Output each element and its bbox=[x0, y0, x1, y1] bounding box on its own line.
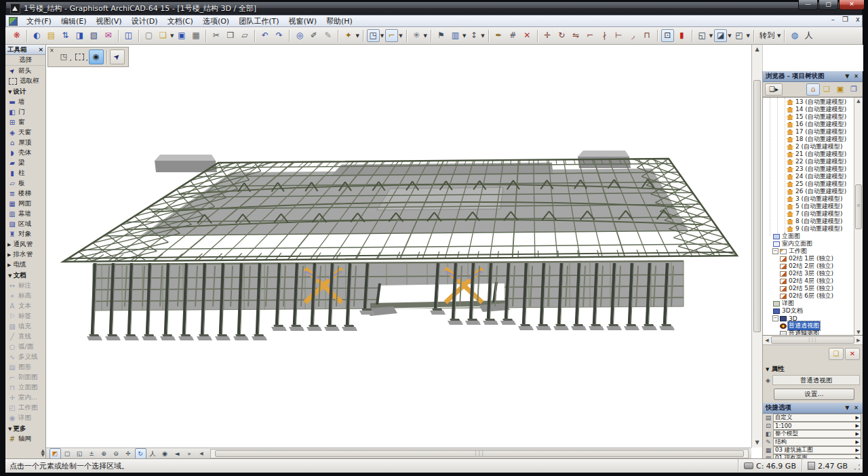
tree-item[interactable]: 3D文档 bbox=[763, 307, 863, 315]
qo-custom-field[interactable]: 自定义▶ bbox=[773, 414, 861, 422]
send-receive-icon[interactable]: ⇅ bbox=[59, 29, 72, 42]
goto-button-dropdown[interactable]: ▼ bbox=[777, 33, 781, 39]
3d-window-settings-icon-dropdown[interactable]: ▼ bbox=[728, 33, 731, 39]
quick-options-header-icons[interactable]: ▼ × bbox=[845, 405, 860, 411]
selection-options-button[interactable]: ◳, bbox=[56, 49, 71, 64]
tree-scroll-up[interactable]: ▲ bbox=[854, 98, 863, 105]
grid-snap-icon[interactable]: ✳ bbox=[410, 29, 423, 42]
menu-item[interactable]: 选项(O) bbox=[198, 15, 234, 28]
pan-icon[interactable]: ✛ bbox=[123, 448, 134, 459]
toolbox-item-slab-tool[interactable]: ▱板 bbox=[5, 178, 45, 189]
qo-scale-field[interactable]: 1:100▶ bbox=[773, 422, 861, 430]
inject-parameters-icon[interactable]: ✎ bbox=[321, 29, 334, 42]
toolbox-item-pipe-tool[interactable]: ▶排水管 bbox=[5, 250, 45, 260]
toolbox-item-arrow-tool[interactable]: ➤箭头 bbox=[5, 66, 45, 76]
vertical-scroll-thumb[interactable] bbox=[753, 80, 761, 332]
project-chooser-button[interactable]: ❏▸ bbox=[765, 83, 783, 96]
toolbox-item-fill-tool[interactable]: ▨填充 bbox=[5, 321, 45, 332]
toolbox-item-door-tool[interactable]: ◧门 bbox=[5, 107, 45, 117]
expand-arrow-icon[interactable]: ▶ bbox=[7, 262, 11, 268]
rotate-edit-icon[interactable]: ↻ bbox=[555, 29, 568, 42]
toolbox-item-column-tool[interactable]: ▮柱 bbox=[5, 168, 45, 178]
qo-pen-set-field[interactable]: 03 建筑施工图▶ bbox=[773, 446, 861, 454]
toolbox-item-window-tool[interactable]: ⊞窗 bbox=[5, 117, 45, 127]
projection-settings-icon-dropdown[interactable]: ▼ bbox=[709, 33, 713, 39]
toolbox-item-mesh-tool[interactable]: ▦网面 bbox=[5, 199, 45, 209]
archicad-start-icon[interactable]: ❋ bbox=[10, 29, 23, 42]
horizontal-scroll-thumb[interactable]: ┆┆┆ bbox=[215, 450, 744, 457]
3d-viewport[interactable]: × ◳,,◉➤ ▲ ▼ ◩▢◱±⊕⊖✛↻人◉◄» ◀ ┆┆┆ bbox=[46, 45, 762, 458]
project-tree[interactable]: 13 (自动重建模型)14 (自动重建模型)15 (自动重建模型)16 (自动重… bbox=[763, 97, 863, 336]
3d-window-settings-icon[interactable]: ◪ bbox=[714, 29, 727, 42]
toolbox-item-wall-tool[interactable]: ▬墙 bbox=[5, 97, 45, 107]
toolbox-item-grid-tool[interactable]: #轴网 bbox=[5, 434, 45, 444]
grid-toggle-icon[interactable]: # bbox=[507, 29, 519, 42]
print-icon[interactable]: ▦ bbox=[189, 29, 202, 42]
new-file-icon[interactable]: ▢ bbox=[142, 29, 155, 42]
arrow-tool-current[interactable]: ➤ bbox=[110, 49, 125, 64]
tree-scroll-down[interactable]: ▼ bbox=[854, 329, 863, 336]
toolbox-item-shell-tool[interactable]: ◗壳体 bbox=[5, 148, 45, 158]
suspend-groups-icon-dropdown[interactable]: ▼ bbox=[380, 33, 384, 39]
qo-scale[interactable]: ⊡1:100▶ bbox=[763, 422, 863, 430]
toolbox-item-label-tool[interactable]: ⚐标签 bbox=[5, 311, 45, 321]
toolbox-section-设计[interactable]: ▼设计 bbox=[5, 86, 45, 97]
zoom-previous-icon[interactable]: ◄ bbox=[172, 448, 183, 459]
toolbox-item-worksheet-tool[interactable]: ◰工作图 bbox=[5, 403, 45, 413]
horizontal-scrollbar[interactable]: ┆┆┆ bbox=[210, 449, 749, 458]
toolbox-section-文档[interactable]: ▼文档 bbox=[5, 270, 45, 281]
minimize-button[interactable]: — bbox=[798, 0, 818, 10]
menu-item[interactable]: 设计(D) bbox=[127, 15, 163, 28]
toolbox-item-roof-tool[interactable]: ⌂屋顶 bbox=[5, 138, 45, 148]
tree-scroll-left[interactable]: ◀ bbox=[763, 338, 771, 343]
walk-mode-icon[interactable]: 人 bbox=[802, 29, 815, 42]
zoom-level-icon[interactable]: ± bbox=[86, 448, 98, 459]
toolbox-close-icon[interactable]: × bbox=[38, 46, 43, 53]
qo-model-filter-field[interactable]: 整个模型▶ bbox=[773, 430, 861, 438]
open-file-icon-dropdown[interactable]: ▼ bbox=[170, 33, 174, 39]
publisher-button[interactable]: ❐ bbox=[847, 83, 861, 96]
toolbox-item-zone-tool[interactable]: ▨区域 bbox=[5, 219, 45, 229]
zoom-in-icon[interactable]: ⊕ bbox=[98, 448, 110, 459]
toolbox-item-duct-tool[interactable]: ▶通风管 bbox=[5, 239, 45, 250]
tree-scroll-thumb[interactable]: ≡ bbox=[855, 184, 862, 229]
project-map-button[interactable]: ⌂ bbox=[806, 83, 820, 96]
qo-layer-combination[interactable]: ✎结构▶ bbox=[763, 438, 863, 446]
close-reference-icon[interactable]: ✕ bbox=[521, 29, 534, 42]
marquee-3d-icon[interactable]: ⊡ bbox=[661, 29, 674, 42]
tree-expand-icon[interactable]: − bbox=[772, 248, 778, 254]
walk-icon[interactable]: 人 bbox=[147, 448, 159, 459]
menu-item[interactable]: 团队工作(T) bbox=[234, 15, 283, 28]
copy-icon[interactable]: ❒ bbox=[224, 29, 237, 42]
nav-preset-icon[interactable]: ◩ bbox=[50, 448, 61, 459]
element-transfer-icon[interactable]: ↕ bbox=[467, 29, 480, 42]
suspend-groups-icon[interactable]: ◳ bbox=[367, 29, 380, 42]
3d-styles-icon-dropdown[interactable]: ▼ bbox=[747, 33, 750, 39]
open-file-icon[interactable]: ❏ bbox=[157, 29, 170, 42]
tree-scroll-right[interactable]: ▶ bbox=[854, 338, 863, 343]
delete-item-button[interactable]: ✕ bbox=[845, 348, 860, 360]
tree-item[interactable]: 普通轴测图 bbox=[763, 330, 863, 336]
split-elements-icon[interactable]: ∤ bbox=[598, 29, 611, 42]
projection-settings-icon[interactable]: ◱ bbox=[696, 29, 709, 42]
toolbox-item-level-dimension-tool[interactable]: ⌖标高 bbox=[5, 291, 45, 301]
trace-flag-icon[interactable]: ⚑ bbox=[435, 29, 448, 42]
toolbox-item-skylight-tool[interactable]: ◈天窗 bbox=[5, 127, 45, 138]
infobox-close-icon[interactable]: × bbox=[50, 47, 54, 54]
fillet-chamfer-icon[interactable]: ◞ bbox=[627, 29, 639, 42]
settings-button[interactable]: 设置... bbox=[774, 389, 854, 400]
save-file-icon[interactable]: ▣ bbox=[175, 29, 188, 42]
grid-snap-icon-dropdown[interactable]: ▼ bbox=[424, 33, 427, 39]
vertical-scrollbar[interactable]: ▲ ▼ bbox=[751, 45, 762, 448]
redo-icon[interactable]: ↷ bbox=[273, 29, 285, 42]
teamwork-project-icon[interactable]: ◐ bbox=[31, 29, 43, 42]
menu-item[interactable]: 视图(V) bbox=[91, 15, 126, 28]
quick-selection-toggle[interactable]: ◉ bbox=[89, 49, 104, 64]
toolbox-item-arc-circle-tool[interactable]: ○弧/圆 bbox=[5, 342, 45, 352]
orbit-icon[interactable]: ↻ bbox=[135, 448, 146, 459]
mirror-edit-icon[interactable]: ⇋ bbox=[570, 29, 583, 42]
layout-book-button[interactable]: ▣ bbox=[833, 83, 847, 96]
find-select-icon[interactable]: ◎ bbox=[293, 29, 306, 42]
tree-hscroll-thumb[interactable]: ┆┆┆ bbox=[771, 336, 854, 344]
trace-reference-icon[interactable]: ▥ bbox=[449, 29, 462, 42]
